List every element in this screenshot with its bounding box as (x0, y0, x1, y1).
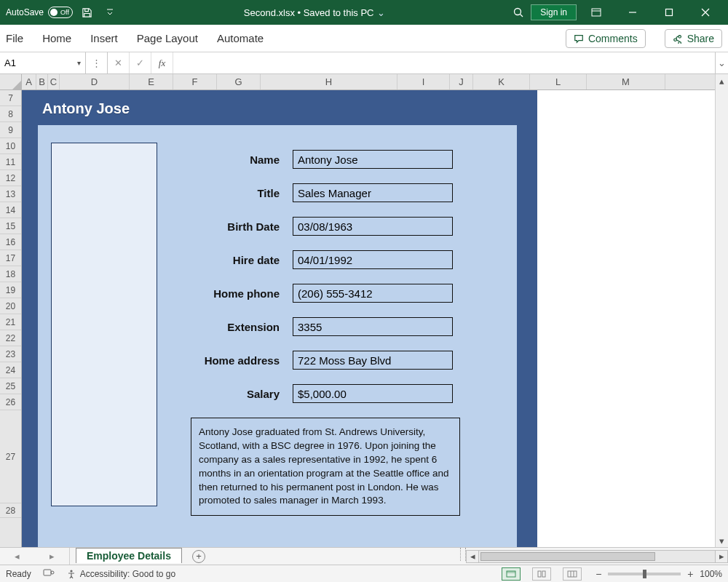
row-header-19[interactable]: 19 (0, 282, 21, 298)
row-header-12[interactable]: 12 (0, 170, 21, 186)
tab-prev-icon[interactable]: ◂ (15, 551, 20, 562)
enter-icon[interactable]: ✓ (130, 52, 151, 73)
fx-icon[interactable]: fx (151, 52, 173, 73)
row-header-25[interactable]: 25 (0, 378, 21, 394)
sheet-tab-active[interactable]: Employee Details (76, 548, 182, 563)
title-dropdown-icon[interactable]: ⌄ (377, 7, 385, 18)
search-icon[interactable] (509, 3, 528, 22)
sign-in-button[interactable]: Sign in (531, 4, 577, 20)
col-header-G[interactable]: G (217, 74, 261, 89)
row-header-20[interactable]: 20 (0, 298, 21, 314)
view-page-break-button[interactable] (563, 567, 582, 581)
name-box-dropdown-icon[interactable]: ▾ (77, 59, 81, 67)
formula-expand-icon[interactable]: ⌄ (715, 52, 728, 73)
view-normal-button[interactable] (502, 567, 521, 581)
row-headers: 7891011121314151617181920212223242526272… (0, 90, 22, 547)
h-scroll-thumb[interactable] (480, 552, 655, 561)
row-header-26[interactable]: 26 (0, 394, 21, 410)
col-header-L[interactable]: L (530, 74, 587, 89)
col-header-K[interactable]: K (473, 74, 530, 89)
row-header-16[interactable]: 16 (0, 234, 21, 250)
close-button[interactable] (689, 0, 722, 25)
svg-rect-15 (568, 571, 577, 577)
field-value[interactable]: 04/01/1992 (293, 250, 453, 269)
cancel-icon[interactable]: ✕ (108, 52, 130, 73)
accessibility-status[interactable]: Accessibility: Good to go (66, 569, 175, 579)
macro-record-icon[interactable] (43, 567, 55, 580)
row-header-15[interactable]: 15 (0, 218, 21, 234)
col-header-F[interactable]: F (173, 74, 217, 89)
row-header-21[interactable]: 21 (0, 314, 21, 330)
horizontal-scrollbar[interactable]: ◂ ▸ (466, 548, 728, 565)
row-header-14[interactable]: 14 (0, 202, 21, 218)
field-value[interactable]: 03/08/1963 (293, 217, 453, 236)
col-header-M[interactable]: M (587, 74, 665, 89)
menubar: File Home Insert Page Layout Automate Co… (0, 25, 728, 52)
field-value[interactable]: Sales Manager (293, 183, 453, 202)
name-box[interactable]: A1 ▾ (0, 52, 86, 73)
qat-dropdown-icon[interactable] (100, 3, 119, 22)
scroll-up-icon[interactable]: ▴ (716, 74, 728, 87)
row-header-7[interactable]: 7 (0, 90, 21, 106)
row-header-13[interactable]: 13 (0, 186, 21, 202)
col-header-H[interactable]: H (261, 74, 397, 89)
maximize-button[interactable] (652, 0, 686, 25)
menu-insert[interactable]: Insert (90, 32, 118, 44)
row-header-27[interactable]: 27 (0, 410, 21, 503)
col-header-D[interactable]: D (60, 74, 130, 89)
field-row: Extension3355 (169, 310, 499, 343)
minimize-button[interactable] (616, 0, 649, 25)
save-icon[interactable] (77, 3, 96, 22)
autosave-label: AutoSave (6, 7, 44, 17)
menu-file[interactable]: File (6, 32, 23, 44)
comments-button[interactable]: Comments (566, 29, 646, 48)
row-header-10[interactable]: 10 (0, 138, 21, 154)
name-box-value: A1 (4, 57, 16, 68)
menu-home[interactable]: Home (42, 32, 71, 44)
cells-area[interactable]: Antony Jose NameAntony JoseTitleSales Ma… (22, 90, 715, 547)
col-header-C[interactable]: C (48, 74, 60, 89)
tab-next-icon[interactable]: ▸ (50, 551, 55, 562)
menu-page-layout[interactable]: Page Layout (137, 32, 198, 44)
zoom-in-button[interactable]: + (685, 568, 695, 580)
col-header-J[interactable]: J (450, 74, 473, 89)
select-all-corner[interactable] (0, 74, 22, 90)
scroll-right-icon[interactable]: ▸ (715, 550, 728, 563)
field-value[interactable]: 3355 (293, 317, 453, 336)
vertical-scrollbar[interactable]: ▴ ▾ (715, 74, 728, 547)
menu-automate[interactable]: Automate (217, 32, 264, 44)
row-header-9[interactable]: 9 (0, 122, 21, 138)
row-header-22[interactable]: 22 (0, 330, 21, 346)
sheet-tabs-row: ◂ ▸ Employee Details + ◂ ▸ (0, 547, 728, 565)
autosave-toggle[interactable]: AutoSave Off (6, 7, 73, 18)
employee-fields: NameAntony JoseTitleSales ManagerBirth D… (169, 143, 499, 410)
column-headers: ABCDEFGHIJKLM (22, 74, 715, 90)
field-value[interactable]: $5,000.00 (293, 384, 453, 403)
add-sheet-button[interactable]: + (188, 549, 210, 564)
col-header-B[interactable]: B (36, 74, 48, 89)
row-header-11[interactable]: 11 (0, 154, 21, 170)
scroll-left-icon[interactable]: ◂ (466, 550, 479, 563)
col-header-I[interactable]: I (397, 74, 450, 89)
field-value[interactable]: (206) 555-3412 (293, 284, 453, 303)
row-header-28[interactable]: 28 (0, 503, 21, 518)
scroll-down-icon[interactable]: ▾ (716, 534, 728, 547)
row-header-18[interactable]: 18 (0, 266, 21, 282)
employee-card-inner: NameAntony JoseTitleSales ManagerBirth D… (38, 125, 517, 547)
col-header-E[interactable]: E (130, 74, 173, 89)
ribbon-mode-icon[interactable] (579, 0, 613, 25)
row-header-17[interactable]: 17 (0, 250, 21, 266)
row-header-23[interactable]: 23 (0, 346, 21, 362)
tab-splitter[interactable] (460, 548, 466, 561)
formula-input[interactable] (173, 52, 715, 73)
field-value[interactable]: Antony Jose (293, 150, 453, 169)
zoom-out-button[interactable]: − (593, 568, 604, 580)
row-header-24[interactable]: 24 (0, 362, 21, 378)
col-header-A[interactable]: A (22, 74, 36, 89)
zoom-slider[interactable] (608, 573, 681, 575)
zoom-value[interactable]: 100% (700, 569, 722, 579)
field-value[interactable]: 722 Moss Bay Blvd (293, 351, 453, 370)
row-header-8[interactable]: 8 (0, 106, 21, 122)
view-page-layout-button[interactable] (532, 567, 551, 581)
share-button[interactable]: Share (665, 29, 722, 48)
